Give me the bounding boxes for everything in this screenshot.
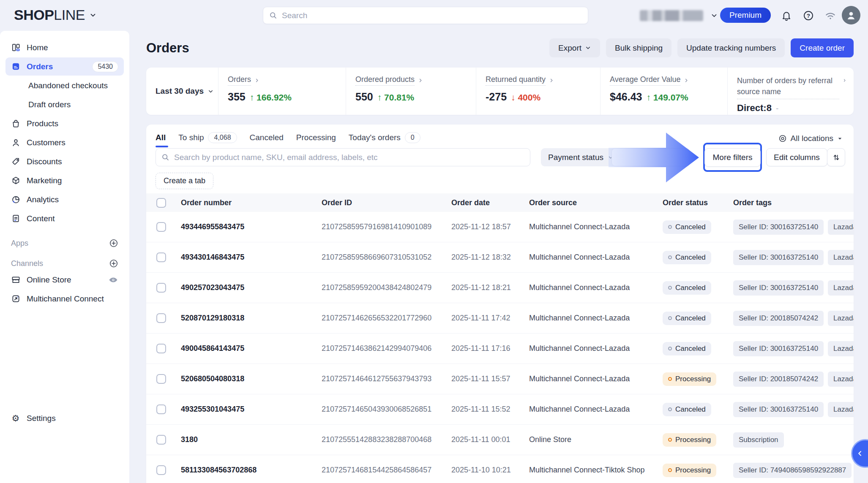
stat-average-order-value: Average Order Value $46.43↑ 149.07% (601, 68, 728, 115)
analytics-pie-icon (11, 195, 20, 204)
column-header: Order status (657, 198, 722, 207)
row-checkbox[interactable] (156, 344, 166, 353)
export-button[interactable]: Export (549, 38, 600, 57)
order-date: 2025-11-11 15:57 (442, 374, 520, 383)
sidebar-item-draft-orders[interactable]: Draft orders (5, 95, 124, 114)
tab-canceled[interactable]: Canceled (250, 133, 284, 147)
notifications-bell-icon[interactable] (780, 9, 793, 22)
stat-value: -275 (486, 91, 507, 103)
page-title: Orders (146, 41, 189, 56)
order-date: 2025-11-11 00:01 (442, 435, 520, 444)
create-tab-button[interactable]: Create a tab (156, 173, 213, 189)
global-search[interactable] (263, 7, 588, 24)
bulk-shipping-button[interactable]: Bulk shipping (606, 38, 671, 57)
stat-label-link[interactable]: Orders (228, 75, 260, 86)
row-checkbox[interactable] (156, 283, 166, 293)
table-row[interactable]: 3180 21072555142883238288700468 2025-11-… (146, 425, 854, 455)
row-checkbox[interactable] (156, 435, 166, 445)
table-row[interactable]: 490257023043475 210725859592004384248024… (146, 273, 854, 303)
sidebar-item-orders[interactable]: Orders 5430 (5, 57, 124, 76)
order-date: 2025-11-12 18:21 (442, 283, 520, 292)
stat-delta: ↓ 400% (511, 92, 540, 103)
tab-todays-orders[interactable]: Today's orders0 (349, 132, 420, 148)
sidebar-item-home[interactable]: Home (5, 38, 124, 57)
row-checkbox[interactable] (156, 313, 166, 323)
row-checkbox[interactable] (156, 404, 166, 414)
stat-extra: - (776, 104, 778, 113)
tab-to-ship[interactable]: To ship4,068 (178, 132, 237, 148)
order-number[interactable]: 581133084563702868 (172, 466, 312, 475)
order-number[interactable]: 490257023043475 (172, 283, 312, 292)
page-actions: Export Bulk shipping Update tracking num… (549, 38, 854, 57)
premium-badge[interactable]: Premium (720, 8, 771, 23)
orders-search-input[interactable] (173, 152, 524, 163)
order-status-pill: Processing (663, 464, 716, 477)
tutorial-arrow (609, 133, 699, 182)
order-number[interactable]: 520680504080318 (172, 374, 312, 383)
add-channel-icon[interactable] (109, 259, 118, 268)
date-range-select[interactable]: Last 30 days (146, 68, 218, 115)
sidebar-item-content[interactable]: Content (5, 209, 124, 228)
row-checkbox[interactable] (156, 465, 166, 475)
table-row[interactable]: 581133084563702868 210725714681544258645… (146, 455, 854, 483)
channels-label: Channels (11, 259, 43, 268)
table-row[interactable]: 493430146843475 210725859586696073105310… (146, 242, 854, 273)
table-row[interactable]: 493255301043475 210725714650439300685268… (146, 394, 854, 425)
add-app-icon[interactable] (109, 239, 118, 248)
top-bar: SHOPLINE Premium ? (0, 0, 868, 31)
sidebar-item-marketing[interactable]: Marketing (5, 171, 124, 190)
order-tag: Seller ID: 300163725140 (733, 250, 824, 265)
network-wifi-icon[interactable] (824, 9, 837, 22)
table-row[interactable]: 520680504080318 210725714646127556379437… (146, 364, 854, 394)
stat-label-link[interactable]: Average Order Value (610, 75, 689, 86)
tab-processing[interactable]: Processing (296, 133, 336, 147)
row-checkbox[interactable] (156, 222, 166, 232)
sidebar-item-analytics[interactable]: Analytics (5, 190, 124, 209)
table-row[interactable]: 520870129180318 210725714626565322017729… (146, 303, 854, 334)
home-icon (11, 43, 20, 52)
create-order-button[interactable]: Create order (791, 38, 854, 57)
sidebar-item-label: Multichannel Connect (27, 294, 118, 304)
sidebar-item-online-store[interactable]: Online Store (5, 271, 124, 289)
all-locations-select[interactable]: All locations (778, 134, 843, 143)
sidebar-item-multichannel-connect[interactable]: Multichannel Connect (5, 290, 124, 308)
row-checkbox[interactable] (156, 252, 166, 262)
order-number[interactable]: 3180 (172, 435, 312, 444)
sidebar-item-discounts[interactable]: Discounts (5, 152, 124, 171)
stat-label-link[interactable]: Number of orders by referral source name (737, 75, 847, 99)
search-input[interactable] (281, 11, 582, 21)
table-row[interactable]: 490045864143475 210725714638621429940794… (146, 334, 854, 364)
order-number[interactable]: 493446955843475 (172, 223, 312, 231)
avatar[interactable] (842, 6, 860, 24)
sidebar-item-label: Settings (27, 414, 129, 423)
table-row[interactable]: 493446955843475 210725859579169814109010… (146, 212, 854, 242)
stat-label-link[interactable]: Returned quantity (486, 75, 554, 86)
tab-badge: 0 (405, 132, 420, 143)
account-name-redacted[interactable] (640, 10, 703, 21)
order-number[interactable]: 493430146843475 (172, 253, 312, 262)
orders-search[interactable] (156, 148, 530, 166)
tab-badge: 4,068 (208, 132, 237, 143)
sort-button[interactable] (827, 148, 845, 166)
tab-all[interactable]: All (156, 133, 166, 147)
order-number[interactable]: 490045864143475 (172, 344, 312, 353)
stat-label-link[interactable]: Ordered products (355, 75, 423, 86)
update-tracking-button[interactable]: Update tracking numbers (677, 38, 785, 57)
sidebar-item-abandoned-checkouts[interactable]: Abandoned checkouts (5, 76, 124, 95)
visibility-eye-icon[interactable] (108, 276, 118, 284)
order-id: 21072585958669607310531052 (312, 253, 442, 262)
chevron-down-icon (89, 11, 97, 19)
edit-columns-button[interactable]: Edit columns (766, 148, 827, 166)
account-chevron-down-icon[interactable] (710, 12, 718, 19)
sidebar-item-settings[interactable]: ⚙ Settings (5, 409, 135, 427)
row-checkbox[interactable] (156, 374, 166, 384)
sidebar-item-customers[interactable]: Customers (5, 133, 124, 152)
order-number[interactable]: 520870129180318 (172, 314, 312, 323)
order-number[interactable]: 493255301043475 (172, 405, 312, 414)
sidebar-item-products[interactable]: Products (5, 114, 124, 133)
order-date: 2025-11-12 18:32 (442, 253, 520, 262)
select-all-checkbox[interactable] (156, 198, 166, 208)
shopline-logo[interactable]: SHOPLINE (14, 7, 97, 23)
more-filters-button[interactable]: More filters (704, 148, 761, 167)
help-icon[interactable]: ? (802, 9, 815, 22)
